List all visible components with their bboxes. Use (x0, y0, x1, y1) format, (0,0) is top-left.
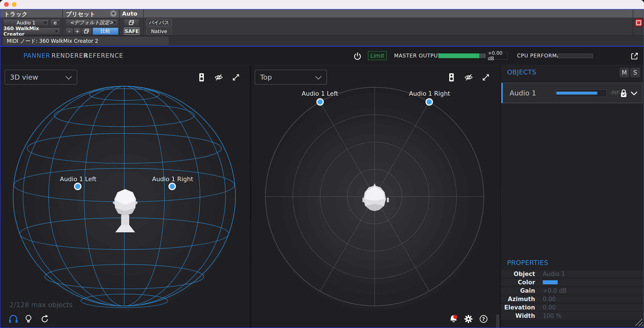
mute-all-button[interactable]: M (620, 68, 629, 77)
reset-rotation-icon[interactable] (40, 314, 50, 324)
color-swatch[interactable] (543, 280, 558, 284)
window-border-top (0, 9, 644, 10)
power-icon[interactable] (353, 52, 362, 61)
sphere-scene (0, 65, 250, 327)
track-selector[interactable]: Audio 1 (3, 19, 49, 26)
view-selector-3d[interactable]: 3D view (4, 70, 77, 85)
chevron-down-icon (66, 73, 72, 80)
hide-objects-icon[interactable] (464, 72, 474, 82)
property-row-gain[interactable]: Gain +0.0 dB (501, 287, 644, 294)
notifications-icon[interactable] (448, 314, 458, 324)
compare-button[interactable]: 比較 (93, 28, 118, 35)
plugin-header: トラック プリセット Auto Audio 1 e <デフォルト設定> (0, 10, 644, 35)
safe-button[interactable]: SAFE (124, 28, 140, 35)
master-output-label: MASTER OUTPUT (394, 47, 441, 65)
view-selector-top[interactable]: Top (255, 70, 327, 85)
header-divider (633, 10, 633, 35)
object-dot-left[interactable] (74, 183, 81, 190)
minimize-button[interactable] (12, 2, 16, 7)
plugin-frame-divider (0, 46, 644, 47)
property-row-color[interactable]: Color (501, 278, 644, 286)
header-label-row: トラック プリセット Auto (0, 10, 644, 18)
properties-list: Object Audio 1 Color Gain +0.0 dB Azimut… (501, 270, 644, 320)
property-row-elevation[interactable]: Elevation 0.00 (501, 303, 644, 311)
midi-node-bar: MIDI ノード: 360 WalkMix Creator 2 (0, 36, 644, 46)
preset-selector[interactable]: <デフォルト設定> (66, 19, 118, 26)
chevron-down-icon[interactable] (630, 91, 638, 96)
copy-icon (84, 29, 90, 34)
midi-node-label: MIDI ノード: 360 WalkMix Creator 2 (3, 37, 168, 45)
close-button[interactable] (4, 2, 9, 7)
open-external-window-icon[interactable] (630, 52, 639, 61)
top-view-scene (251, 65, 500, 327)
auto-column-label: Auto (122, 11, 138, 17)
window-border-left (0, 9, 0, 328)
limit-button[interactable]: Limit (368, 51, 387, 60)
title-bar (0, 0, 644, 9)
hide-objects-icon[interactable] (214, 72, 224, 82)
preset-copy-button[interactable] (81, 28, 92, 35)
property-row-object[interactable]: Object Audio 1 (501, 270, 644, 278)
expand-view-icon[interactable] (481, 72, 491, 82)
copy-icon (128, 20, 135, 26)
chevron-down-icon (55, 30, 58, 33)
chevron-down-icon (315, 73, 322, 80)
tab-panner[interactable]: PANNER (24, 47, 50, 65)
target-window-icon (636, 20, 641, 25)
chevron-down-icon (112, 22, 116, 24)
plugin-window: トラック プリセット Auto Audio 1 e <デフォルト設定> (0, 0, 644, 328)
target-window-button[interactable] (634, 19, 643, 27)
preset-column-label: プリセット (66, 11, 95, 18)
lock-icon[interactable] (620, 89, 628, 98)
native-button[interactable]: Native (146, 28, 172, 35)
tab-renderer[interactable]: RENDERER (52, 47, 88, 65)
object-label-left: Audio 1 Left (302, 90, 338, 97)
objects-title: OBJECTS (507, 68, 536, 76)
view-top-panel: Top Audio 1 Left Audio 1 Right (251, 65, 500, 327)
solo-all-button[interactable]: S (630, 68, 640, 77)
cpu-performance-meter (558, 54, 593, 58)
settings-icon[interactable] (464, 314, 474, 324)
object-dot-left[interactable] (317, 99, 323, 105)
preset-menu-icon[interactable] (110, 11, 116, 17)
object-dots-3d[interactable] (74, 183, 175, 190)
listener-head-top (362, 183, 389, 211)
chevron-down-icon (44, 22, 47, 24)
object-gain-slider[interactable] (555, 89, 607, 97)
notification-badge (453, 315, 457, 319)
svg-text:?: ? (482, 316, 485, 322)
max-objects-label: 2/128 max objects (10, 301, 72, 309)
help-icon[interactable]: ? (478, 314, 488, 324)
speaker-visibility-icon[interactable] (446, 72, 456, 82)
auto-enable-button[interactable] (124, 19, 139, 26)
properties-title: PROPERTIES (507, 259, 548, 266)
expand-view-icon[interactable] (231, 72, 241, 82)
track-edit-button[interactable]: e (50, 19, 60, 26)
scrollbar-thumb[interactable] (496, 314, 500, 327)
property-row-width[interactable]: Width 100 % (501, 312, 644, 320)
view-3d-panel: 3D view Audio 1 Left Audio 1 Right 2/128… (0, 65, 250, 327)
object-dot-right[interactable] (426, 99, 432, 105)
property-row-azimuth[interactable]: Azimuth 0.00 (501, 295, 644, 303)
object-level-value: -INF (610, 90, 620, 96)
bypass-button[interactable]: バイパス (146, 19, 172, 26)
preset-decrement-button[interactable]: - (66, 28, 73, 35)
object-label-left: Audio 1 Left (60, 176, 96, 183)
plugin-selector[interactable]: 360 WalkMix Creator (3, 28, 60, 35)
object-dot-right[interactable] (169, 183, 175, 190)
object-gain-fill (556, 92, 597, 95)
listener-head-front (112, 189, 138, 232)
tab-reference[interactable]: REFERENCE (84, 47, 124, 65)
plugin-top-bar: PANNER RENDERER REFERENCE Limit MASTER O… (0, 47, 644, 65)
track-column-label: トラック (4, 11, 28, 18)
objects-panel: OBJECTS M S Audio 1 -INF PROPERTIES Obje… (501, 65, 644, 327)
preset-increment-button[interactable]: + (74, 28, 81, 35)
resize-grip[interactable] (634, 317, 643, 327)
speaker-visibility-icon[interactable] (196, 72, 206, 82)
object-row[interactable]: Audio 1 -INF (501, 83, 643, 103)
header-divider (62, 10, 63, 35)
master-output-value[interactable]: +0.00 dB (488, 52, 508, 60)
headphones-monitor-icon[interactable] (8, 314, 18, 324)
master-output-meter (438, 53, 486, 58)
lightbulb-icon[interactable] (24, 314, 34, 324)
